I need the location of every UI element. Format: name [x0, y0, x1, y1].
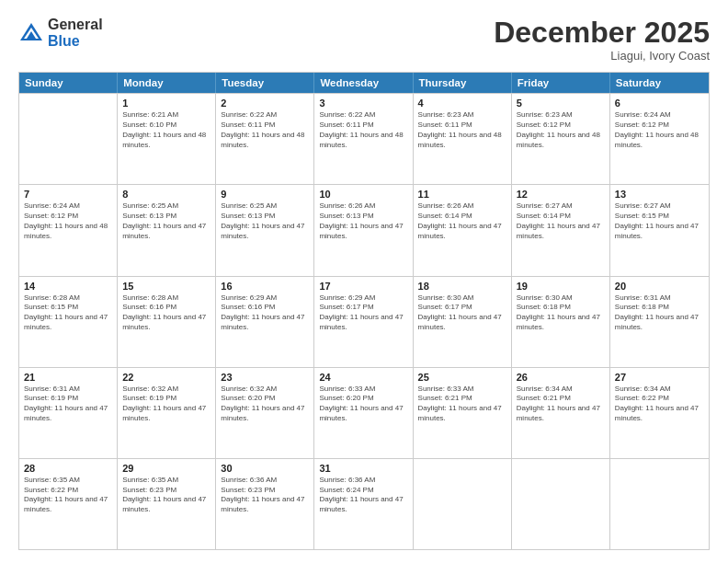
day-number: 23 — [221, 372, 309, 383]
logo-text: General Blue — [48, 17, 103, 49]
day-info: Sunrise: 6:24 AM Sunset: 6:12 PM Dayligh… — [615, 110, 704, 150]
day-number: 1 — [122, 98, 210, 109]
calendar-day-9: 9Sunrise: 6:25 AM Sunset: 6:13 PM Daylig… — [216, 185, 314, 275]
day-info: Sunrise: 6:31 AM Sunset: 6:19 PM Dayligh… — [24, 385, 112, 424]
calendar-day-21: 21Sunrise: 6:31 AM Sunset: 6:19 PM Dayli… — [19, 368, 118, 458]
day-info: Sunrise: 6:28 AM Sunset: 6:16 PM Dayligh… — [122, 293, 210, 333]
calendar-day-18: 18Sunrise: 6:30 AM Sunset: 6:17 PM Dayli… — [414, 277, 512, 367]
day-number: 17 — [319, 281, 407, 292]
day-number: 14 — [24, 281, 112, 292]
day-number: 22 — [122, 372, 210, 383]
day-number: 25 — [418, 372, 506, 383]
calendar-day-11: 11Sunrise: 6:26 AM Sunset: 6:14 PM Dayli… — [414, 185, 512, 275]
calendar: SundayMondayTuesdayWednesdayThursdayFrid… — [18, 72, 710, 550]
day-info: Sunrise: 6:36 AM Sunset: 6:23 PM Dayligh… — [221, 476, 309, 515]
logo-blue: Blue — [48, 33, 103, 50]
calendar-header-friday: Friday — [512, 73, 610, 93]
day-info: Sunrise: 6:27 AM Sunset: 6:15 PM Dayligh… — [615, 201, 704, 241]
day-number: 21 — [24, 372, 112, 383]
day-number: 13 — [615, 189, 704, 200]
day-number: 30 — [221, 463, 309, 474]
calendar-day-12: 12Sunrise: 6:27 AM Sunset: 6:14 PM Dayli… — [512, 185, 610, 275]
calendar-day-13: 13Sunrise: 6:27 AM Sunset: 6:15 PM Dayli… — [610, 185, 709, 275]
day-info: Sunrise: 6:22 AM Sunset: 6:11 PM Dayligh… — [319, 110, 407, 150]
day-info: Sunrise: 6:33 AM Sunset: 6:21 PM Dayligh… — [418, 385, 506, 424]
calendar-day-19: 19Sunrise: 6:30 AM Sunset: 6:18 PM Dayli… — [512, 277, 610, 367]
logo: General Blue — [18, 17, 103, 49]
day-info: Sunrise: 6:35 AM Sunset: 6:22 PM Dayligh… — [24, 476, 112, 515]
calendar-day-24: 24Sunrise: 6:33 AM Sunset: 6:20 PM Dayli… — [314, 368, 413, 458]
day-info: Sunrise: 6:32 AM Sunset: 6:20 PM Dayligh… — [221, 385, 309, 424]
day-number: 16 — [221, 281, 309, 292]
day-info: Sunrise: 6:25 AM Sunset: 6:13 PM Dayligh… — [221, 201, 309, 241]
calendar-day-7: 7Sunrise: 6:24 AM Sunset: 6:12 PM Daylig… — [19, 185, 118, 275]
calendar-day-8: 8Sunrise: 6:25 AM Sunset: 6:13 PM Daylig… — [118, 185, 216, 275]
day-info: Sunrise: 6:34 AM Sunset: 6:22 PM Dayligh… — [615, 385, 704, 424]
calendar-day-empty — [414, 459, 512, 549]
calendar-day-25: 25Sunrise: 6:33 AM Sunset: 6:21 PM Dayli… — [414, 368, 512, 458]
day-number: 31 — [319, 463, 407, 474]
day-info: Sunrise: 6:31 AM Sunset: 6:18 PM Dayligh… — [615, 293, 704, 333]
day-info: Sunrise: 6:24 AM Sunset: 6:12 PM Dayligh… — [24, 201, 112, 241]
day-info: Sunrise: 6:34 AM Sunset: 6:21 PM Dayligh… — [517, 385, 605, 424]
day-info: Sunrise: 6:29 AM Sunset: 6:17 PM Dayligh… — [319, 293, 407, 333]
day-number: 20 — [615, 281, 704, 292]
day-number: 29 — [122, 463, 210, 474]
calendar-day-3: 3Sunrise: 6:22 AM Sunset: 6:11 PM Daylig… — [314, 94, 413, 184]
day-info: Sunrise: 6:33 AM Sunset: 6:20 PM Dayligh… — [319, 385, 407, 424]
calendar-body: 1Sunrise: 6:21 AM Sunset: 6:10 PM Daylig… — [19, 93, 709, 549]
calendar-week-2: 7Sunrise: 6:24 AM Sunset: 6:12 PM Daylig… — [19, 184, 709, 275]
day-info: Sunrise: 6:23 AM Sunset: 6:11 PM Dayligh… — [418, 110, 506, 150]
day-number: 3 — [319, 98, 407, 109]
calendar-day-2: 2Sunrise: 6:22 AM Sunset: 6:11 PM Daylig… — [216, 94, 314, 184]
calendar-day-26: 26Sunrise: 6:34 AM Sunset: 6:21 PM Dayli… — [512, 368, 610, 458]
calendar-day-22: 22Sunrise: 6:32 AM Sunset: 6:19 PM Dayli… — [118, 368, 216, 458]
calendar-day-empty — [512, 459, 610, 549]
calendar-day-empty — [610, 459, 709, 549]
month-title: December 2025 — [494, 17, 710, 49]
day-info: Sunrise: 6:26 AM Sunset: 6:13 PM Dayligh… — [319, 201, 407, 241]
calendar-header-thursday: Thursday — [414, 73, 512, 93]
calendar-header: SundayMondayTuesdayWednesdayThursdayFrid… — [19, 73, 709, 93]
calendar-day-5: 5Sunrise: 6:23 AM Sunset: 6:12 PM Daylig… — [512, 94, 610, 184]
calendar-day-28: 28Sunrise: 6:35 AM Sunset: 6:22 PM Dayli… — [19, 459, 118, 549]
day-number: 7 — [24, 189, 112, 200]
header: General Blue December 2025 Liagui, Ivory… — [18, 17, 710, 63]
calendar-day-16: 16Sunrise: 6:29 AM Sunset: 6:16 PM Dayli… — [216, 277, 314, 367]
calendar-header-monday: Monday — [118, 73, 216, 93]
day-info: Sunrise: 6:26 AM Sunset: 6:14 PM Dayligh… — [418, 201, 506, 241]
day-info: Sunrise: 6:35 AM Sunset: 6:23 PM Dayligh… — [122, 476, 210, 515]
calendar-day-31: 31Sunrise: 6:36 AM Sunset: 6:24 PM Dayli… — [314, 459, 413, 549]
calendar-week-4: 21Sunrise: 6:31 AM Sunset: 6:19 PM Dayli… — [19, 367, 709, 458]
calendar-week-1: 1Sunrise: 6:21 AM Sunset: 6:10 PM Daylig… — [19, 93, 709, 184]
day-number: 6 — [615, 98, 704, 109]
calendar-day-10: 10Sunrise: 6:26 AM Sunset: 6:13 PM Dayli… — [314, 185, 413, 275]
calendar-day-14: 14Sunrise: 6:28 AM Sunset: 6:15 PM Dayli… — [19, 277, 118, 367]
day-info: Sunrise: 6:25 AM Sunset: 6:13 PM Dayligh… — [122, 201, 210, 241]
calendar-day-20: 20Sunrise: 6:31 AM Sunset: 6:18 PM Dayli… — [610, 277, 709, 367]
day-number: 28 — [24, 463, 112, 474]
day-number: 18 — [418, 281, 506, 292]
day-info: Sunrise: 6:29 AM Sunset: 6:16 PM Dayligh… — [221, 293, 309, 333]
day-number: 5 — [517, 98, 605, 109]
calendar-day-23: 23Sunrise: 6:32 AM Sunset: 6:20 PM Dayli… — [216, 368, 314, 458]
day-number: 2 — [221, 98, 309, 109]
calendar-day-4: 4Sunrise: 6:23 AM Sunset: 6:11 PM Daylig… — [414, 94, 512, 184]
calendar-day-17: 17Sunrise: 6:29 AM Sunset: 6:17 PM Dayli… — [314, 277, 413, 367]
day-number: 11 — [418, 189, 506, 200]
day-number: 19 — [517, 281, 605, 292]
calendar-day-empty — [19, 94, 118, 184]
day-number: 27 — [615, 372, 704, 383]
day-number: 4 — [418, 98, 506, 109]
calendar-day-27: 27Sunrise: 6:34 AM Sunset: 6:22 PM Dayli… — [610, 368, 709, 458]
calendar-header-tuesday: Tuesday — [216, 73, 314, 93]
day-info: Sunrise: 6:28 AM Sunset: 6:15 PM Dayligh… — [24, 293, 112, 333]
logo-general: General — [48, 17, 103, 33]
calendar-header-sunday: Sunday — [19, 73, 118, 93]
location-subtitle: Liagui, Ivory Coast — [494, 49, 710, 63]
calendar-day-1: 1Sunrise: 6:21 AM Sunset: 6:10 PM Daylig… — [118, 94, 216, 184]
day-info: Sunrise: 6:22 AM Sunset: 6:11 PM Dayligh… — [221, 110, 309, 150]
calendar-day-29: 29Sunrise: 6:35 AM Sunset: 6:23 PM Dayli… — [118, 459, 216, 549]
page: General Blue December 2025 Liagui, Ivory… — [0, 0, 728, 563]
calendar-day-6: 6Sunrise: 6:24 AM Sunset: 6:12 PM Daylig… — [610, 94, 709, 184]
